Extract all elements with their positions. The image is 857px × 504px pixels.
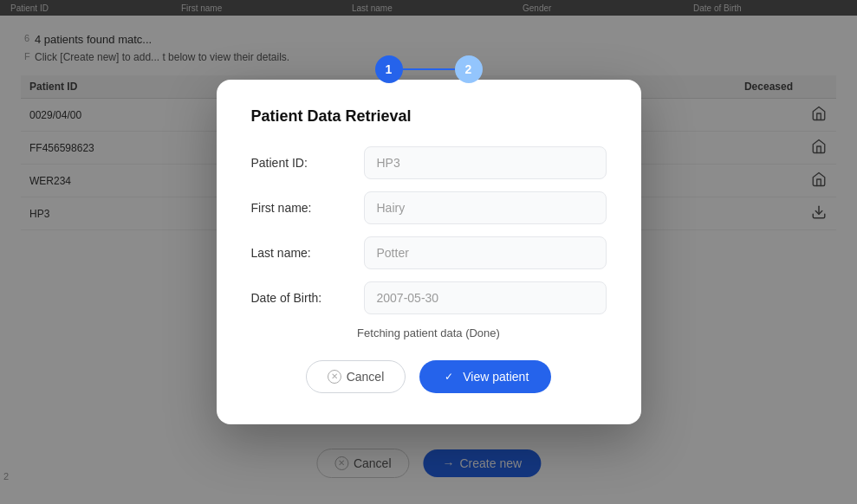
- first-name-row: First name:: [251, 191, 607, 224]
- step-2-circle: 2: [455, 55, 483, 83]
- step-1-circle: 1: [375, 55, 403, 83]
- dob-input[interactable]: [364, 281, 607, 314]
- fetch-status-text: Fetching patient data (Done): [251, 326, 607, 339]
- stepper: 1 2: [375, 55, 483, 83]
- check-icon: ✓: [442, 370, 456, 384]
- modal-overlay: 1 2 Patient Data Retrieval Patient ID: F…: [0, 0, 857, 504]
- patient-id-input[interactable]: [364, 146, 607, 179]
- last-name-label: Last name:: [251, 246, 364, 260]
- view-patient-button[interactable]: ✓ View patient: [419, 360, 551, 393]
- last-name-row: Last name:: [251, 236, 607, 269]
- step-1-label: 1: [386, 62, 393, 76]
- modal-actions: ✕ Cancel ✓ View patient: [251, 360, 607, 393]
- modal-title: Patient Data Retrieval: [251, 107, 607, 126]
- dob-row: Date of Birth:: [251, 281, 607, 314]
- last-name-input[interactable]: [364, 236, 607, 269]
- patient-id-label: Patient ID:: [251, 156, 364, 170]
- modal-cancel-label: Cancel: [347, 370, 385, 384]
- cancel-x-icon: ✕: [328, 370, 341, 384]
- step-2-label: 2: [465, 62, 472, 76]
- view-patient-label: View patient: [463, 370, 529, 384]
- first-name-input[interactable]: [364, 191, 607, 224]
- step-line: [403, 68, 455, 70]
- dob-label: Date of Birth:: [251, 291, 364, 305]
- modal-cancel-button[interactable]: ✕ Cancel: [306, 360, 406, 393]
- first-name-label: First name:: [251, 201, 364, 215]
- patient-id-row: Patient ID:: [251, 146, 607, 179]
- modal-dialog: 1 2 Patient Data Retrieval Patient ID: F…: [217, 80, 641, 424]
